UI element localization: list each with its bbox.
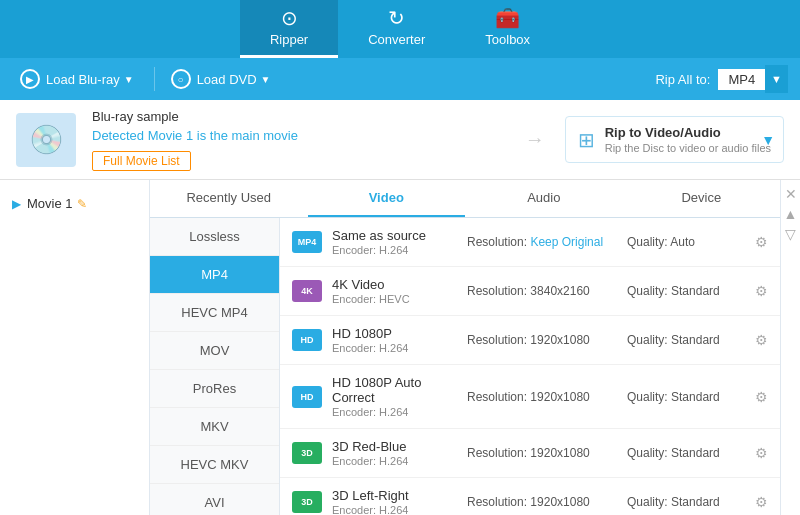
format-category-prores[interactable]: ProRes [150,370,279,408]
rip-option-dropdown-arrow: ▼ [761,132,775,148]
edit-icon[interactable]: ✎ [77,197,87,211]
info-detected: Detected Movie 1 is the main movie [92,128,505,143]
format-option-resolution: Resolution: 1920x1080 [467,333,627,347]
format-option-resolution: Resolution: 1920x1080 [467,390,627,404]
load-bluray-label: Load Blu-ray [46,72,120,87]
format-option-row[interactable]: HDHD 1080P Auto CorrectEncoder: H.264Res… [280,365,780,429]
load-bluray-button[interactable]: ▶ Load Blu-ray ▼ [12,65,142,93]
format-option-resolution: Resolution: 1920x1080 [467,446,627,460]
format-settings-icon[interactable]: ⚙ [755,234,768,250]
scroll-up-button[interactable]: ▲ [781,204,800,224]
movie-item[interactable]: ▶ Movie 1 ✎ [0,188,149,219]
format-option-info: Same as sourceEncoder: H.264 [332,228,467,256]
movie-label: Movie 1 [27,196,73,211]
toolbox-icon: 🧰 [495,6,520,30]
full-movie-list-button[interactable]: Full Movie List [92,151,191,171]
dvd-icon: ○ [171,69,191,89]
format-option-resolution: Resolution: 1920x1080 [467,495,627,509]
tab-device[interactable]: Device [623,180,781,217]
close-panel-button[interactable]: ✕ [782,184,800,204]
converter-icon: ↻ [388,6,405,30]
rip-option-icon: ⊞ [578,128,595,152]
format-option-quality: Quality: Standard [627,495,747,509]
format-option-row[interactable]: 3D3D Red-BlueEncoder: H.264Resolution: 1… [280,429,780,478]
tab-video[interactable]: Video [308,180,466,217]
side-controls: ✕ ▲ ▽ [780,180,800,515]
format-panel: Recently Used Video Audio Device Lossles… [150,180,780,515]
format-tabs: Recently Used Video Audio Device [150,180,780,218]
tab-audio[interactable]: Audio [465,180,623,217]
format-category-mkv[interactable]: MKV [150,408,279,446]
format-category-hevc-mp4[interactable]: HEVC MP4 [150,294,279,332]
format-category-mov[interactable]: MOV [150,332,279,370]
format-badge: HD [292,329,322,351]
format-option-encoder: Encoder: H.264 [332,406,467,418]
format-category-hevc-mkv[interactable]: HEVC MKV [150,446,279,484]
format-settings-icon[interactable]: ⚙ [755,283,768,299]
format-option-quality: Quality: Standard [627,284,747,298]
toolbar-separator [154,67,155,91]
main-content: ▶ Movie 1 ✎ Recently Used Video Audio De… [0,180,800,515]
nav-ripper[interactable]: ⊙ Ripper [240,0,338,58]
format-option-row[interactable]: 3D3D Left-RightEncoder: H.264Resolution:… [280,478,780,515]
top-nav: ⊙ Ripper ↻ Converter 🧰 Toolbox [0,0,800,58]
format-option-quality: Quality: Standard [627,333,747,347]
nav-toolbox[interactable]: 🧰 Toolbox [455,0,560,58]
format-content: LosslessMP4HEVC MP4MOVProResMKVHEVC MKVA… [150,218,780,515]
info-panel: 💿 Blu-ray sample Detected Movie 1 is the… [0,100,800,180]
disc-symbol: 💿 [29,123,64,156]
format-option-quality: Quality: Standard [627,390,747,404]
format-badge: MP4 [292,231,322,253]
format-settings-icon[interactable]: ⚙ [755,494,768,510]
nav-ripper-label: Ripper [270,32,308,47]
format-option-row[interactable]: 4K4K VideoEncoder: HEVCResolution: 3840x… [280,267,780,316]
format-option-encoder: Encoder: H.264 [332,455,467,467]
format-badge: 3D [292,491,322,513]
detected-suffix: is the main movie [193,128,298,143]
rip-all-label: Rip All to: [655,72,710,87]
format-option-info: HD 1080PEncoder: H.264 [332,326,467,354]
format-option-quality: Quality: Auto [627,235,747,249]
format-category-mp4[interactable]: MP4 [150,256,279,294]
rip-option[interactable]: ⊞ Rip to Video/Audio Rip the Disc to vid… [565,116,784,163]
ripper-icon: ⊙ [281,6,298,30]
format-category-lossless[interactable]: Lossless [150,218,279,256]
load-dvd-button[interactable]: ○ Load DVD ▼ [163,65,279,93]
format-option-name: 3D Red-Blue [332,439,467,454]
rip-all-dropdown-arrow[interactable]: ▼ [765,65,788,93]
format-option-resolution: Resolution: Keep Original [467,235,627,249]
format-badge: 3D [292,442,322,464]
format-categories: LosslessMP4HEVC MP4MOVProResMKVHEVC MKVA… [150,218,280,515]
detected-prefix: Detected [92,128,148,143]
format-option-row[interactable]: MP4Same as sourceEncoder: H.264Resolutio… [280,218,780,267]
rip-all-value: MP4 [718,69,765,90]
rip-all-section: Rip All to: MP4 ▼ [655,65,788,93]
tab-video-label: Video [369,190,404,205]
toolbar: ▶ Load Blu-ray ▼ ○ Load DVD ▼ Rip All to… [0,58,800,100]
format-option-info: 3D Left-RightEncoder: H.264 [332,488,467,515]
format-settings-icon[interactable]: ⚙ [755,389,768,405]
format-option-name: HD 1080P [332,326,467,341]
format-option-encoder: Encoder: H.264 [332,244,467,256]
rip-all-select-wrap: MP4 ▼ [718,65,788,93]
nav-converter-label: Converter [368,32,425,47]
format-settings-icon[interactable]: ⚙ [755,332,768,348]
format-option-encoder: Encoder: H.264 [332,504,467,515]
detected-movie: Movie 1 [148,128,194,143]
format-category-avi[interactable]: AVI [150,484,279,515]
tab-recently-used[interactable]: Recently Used [150,180,308,217]
format-option-row[interactable]: HDHD 1080PEncoder: H.264Resolution: 1920… [280,316,780,365]
format-badge: HD [292,386,322,408]
disc-icon: 💿 [16,113,76,167]
rip-option-sub: Rip the Disc to video or audio files [605,142,771,154]
format-option-info: HD 1080P Auto CorrectEncoder: H.264 [332,375,467,418]
bluray-icon: ▶ [20,69,40,89]
format-option-name: 3D Left-Right [332,488,467,503]
format-option-info: 3D Red-BlueEncoder: H.264 [332,439,467,467]
format-settings-icon[interactable]: ⚙ [755,445,768,461]
scroll-down-button[interactable]: ▽ [782,224,799,244]
rip-option-title: Rip to Video/Audio [605,125,771,140]
format-option-resolution: Resolution: 3840x2160 [467,284,627,298]
nav-converter[interactable]: ↻ Converter [338,0,455,58]
format-option-quality: Quality: Standard [627,446,747,460]
